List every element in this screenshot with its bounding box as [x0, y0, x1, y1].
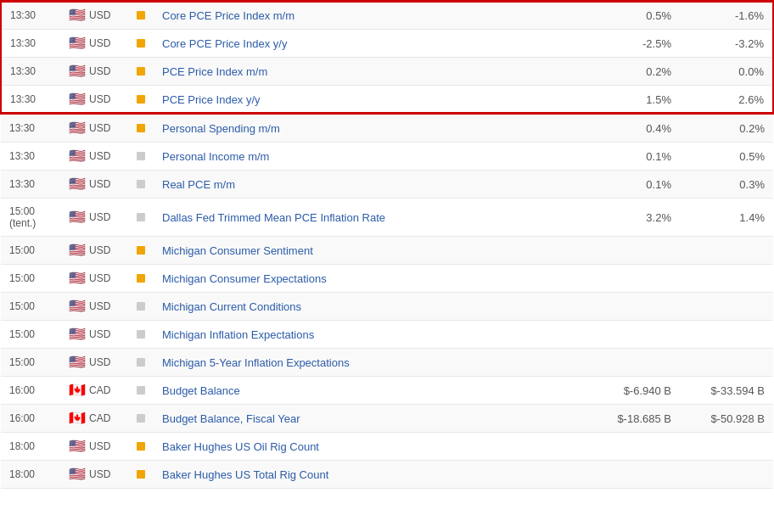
table-row[interactable]: 15:00🇺🇸USDMichigan Current Conditions: [1, 293, 773, 321]
low-importance-icon: [137, 302, 145, 311]
table-row[interactable]: 15:00🇺🇸USDMichigan Inflation Expectation…: [1, 321, 773, 349]
previous-value: [680, 237, 773, 265]
event-name[interactable]: Michigan Current Conditions: [154, 293, 586, 321]
high-importance-icon: [137, 470, 145, 479]
table-row[interactable]: 15:00🇺🇸USDMichigan 5-Year Inflation Expe…: [1, 349, 773, 377]
table-row[interactable]: 13:30🇺🇸USDPersonal Spending m/m0.4%0.2%: [1, 114, 773, 143]
importance-cell: [128, 349, 154, 377]
event-name[interactable]: PCE Price Index m/m: [154, 58, 586, 86]
actual-value: [586, 433, 680, 461]
table-row[interactable]: 16:00🇨🇦CADBudget Balance, Fiscal Year$-1…: [1, 405, 773, 433]
high-importance-icon: [137, 67, 145, 76]
currency-label: USD: [89, 244, 110, 256]
actual-value: 3.2%: [586, 199, 680, 237]
currency-label: CAD: [89, 412, 110, 424]
importance-cell: [128, 58, 154, 86]
currency-label: USD: [89, 468, 110, 480]
event-name[interactable]: Michigan Inflation Expectations: [154, 321, 586, 349]
currency-label: USD: [89, 65, 110, 77]
currency-cell: 🇺🇸USD: [60, 114, 128, 143]
previous-value: 1.4%: [680, 199, 773, 237]
importance-cell: [128, 377, 154, 405]
importance-cell: [128, 461, 154, 489]
importance-cell: [128, 86, 154, 115]
time-cell: 15:00: [1, 293, 60, 321]
flag-icon: 🇺🇸: [69, 356, 86, 369]
table-row[interactable]: 15:00🇺🇸USDMichigan Consumer Sentiment: [1, 237, 773, 265]
currency-cell: 🇺🇸USD: [60, 30, 128, 58]
time-cell: 15:00 (tent.): [1, 199, 60, 237]
currency-cell: 🇺🇸USD: [60, 293, 128, 321]
flag-icon: 🇺🇸: [69, 300, 86, 313]
time-cell: 13:30: [1, 143, 60, 171]
event-name[interactable]: Dallas Fed Trimmed Mean PCE Inflation Ra…: [154, 199, 586, 237]
currency-label: USD: [89, 93, 110, 105]
table-row[interactable]: 13:30🇺🇸USDPCE Price Index m/m0.2%0.0%: [1, 58, 773, 86]
previous-value: 0.5%: [680, 143, 773, 171]
table-row[interactable]: 13:30🇺🇸USDCore PCE Price Index y/y-2.5%-…: [1, 30, 773, 58]
importance-cell: [128, 321, 154, 349]
currency-label: USD: [89, 150, 110, 162]
currency-cell: 🇺🇸USD: [60, 349, 128, 377]
table-row[interactable]: 15:00 (tent.)🇺🇸USDDallas Fed Trimmed Mea…: [1, 199, 773, 237]
previous-value: [680, 461, 773, 489]
table-row[interactable]: 13:30🇺🇸USDReal PCE m/m0.1%0.3%: [1, 171, 773, 199]
actual-value: $-18.685 B: [586, 405, 680, 433]
event-name[interactable]: Core PCE Price Index y/y: [154, 30, 586, 58]
event-name[interactable]: Baker Hughes US Oil Rig Count: [154, 433, 586, 461]
event-name[interactable]: PCE Price Index y/y: [154, 86, 586, 115]
importance-cell: [128, 405, 154, 433]
currency-cell: 🇺🇸USD: [60, 199, 128, 237]
time-cell: 13:30: [1, 1, 60, 30]
table-row[interactable]: 13:30🇺🇸USDCore PCE Price Index m/m0.5%-1…: [1, 1, 773, 30]
actual-value: [586, 349, 680, 377]
event-name[interactable]: Michigan 5-Year Inflation Expectations: [154, 349, 586, 377]
currency-cell: 🇺🇸USD: [60, 143, 128, 171]
currency-label: USD: [89, 37, 110, 49]
low-importance-icon: [137, 180, 145, 188]
table-row[interactable]: 13:30🇺🇸USDPersonal Income m/m0.1%0.5%: [1, 143, 773, 171]
time-cell: 15:00: [1, 237, 60, 265]
importance-cell: [128, 1, 154, 30]
event-name[interactable]: Michigan Consumer Expectations: [154, 265, 586, 293]
table-row[interactable]: 15:00🇺🇸USDMichigan Consumer Expectations: [1, 265, 773, 293]
event-name[interactable]: Michigan Consumer Sentiment: [154, 237, 586, 265]
event-name[interactable]: Personal Income m/m: [154, 143, 586, 171]
flag-icon: 🇺🇸: [69, 64, 86, 78]
table-row[interactable]: 16:00🇨🇦CADBudget Balance$-6.940 B$-33.59…: [1, 377, 773, 405]
low-importance-icon: [137, 414, 145, 423]
flag-icon: 🇺🇸: [69, 328, 86, 341]
previous-value: 0.3%: [680, 171, 773, 199]
event-name[interactable]: Budget Balance: [154, 377, 586, 405]
event-name[interactable]: Personal Spending m/m: [154, 114, 586, 143]
event-name[interactable]: Real PCE m/m: [154, 171, 586, 199]
table-row[interactable]: 18:00🇺🇸USDBaker Hughes US Total Rig Coun…: [1, 461, 773, 489]
actual-value: $-6.940 B: [586, 377, 680, 405]
currency-cell: 🇺🇸USD: [60, 461, 128, 489]
importance-cell: [128, 237, 154, 265]
high-importance-icon: [137, 442, 145, 451]
event-name[interactable]: Core PCE Price Index m/m: [154, 1, 586, 30]
actual-value: [586, 265, 680, 293]
previous-value: 2.6%: [680, 86, 773, 115]
low-importance-icon: [137, 358, 145, 367]
currency-label: USD: [89, 300, 110, 312]
time-cell: 13:30: [1, 30, 60, 58]
currency-cell: 🇺🇸USD: [60, 58, 128, 86]
low-importance-icon: [137, 386, 145, 395]
actual-value: 0.1%: [586, 143, 680, 171]
previous-value: [680, 265, 773, 293]
table-row[interactable]: 18:00🇺🇸USDBaker Hughes US Oil Rig Count: [1, 433, 773, 461]
importance-cell: [128, 114, 154, 143]
previous-value: [680, 321, 773, 349]
previous-value: -3.2%: [680, 30, 773, 58]
previous-value: $-50.928 B: [680, 405, 773, 433]
actual-value: [586, 293, 680, 321]
event-name[interactable]: Baker Hughes US Total Rig Count: [154, 461, 586, 489]
event-name[interactable]: Budget Balance, Fiscal Year: [154, 405, 586, 433]
flag-icon: 🇺🇸: [69, 149, 86, 163]
low-importance-icon: [137, 330, 145, 339]
currency-cell: 🇺🇸USD: [60, 1, 128, 30]
currency-cell: 🇺🇸USD: [60, 433, 128, 461]
table-row[interactable]: 13:30🇺🇸USDPCE Price Index y/y1.5%2.6%: [1, 86, 773, 115]
